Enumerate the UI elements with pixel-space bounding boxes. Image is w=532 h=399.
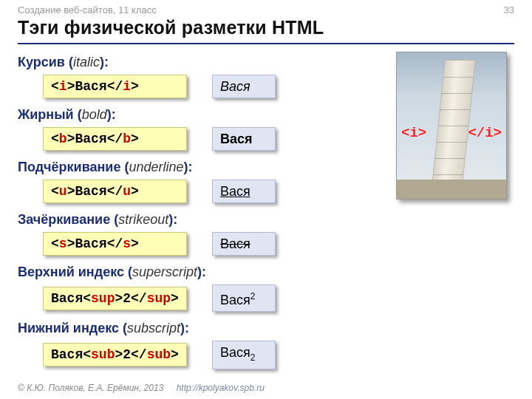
example-pair: <i>Вася</i> Вася xyxy=(43,75,389,98)
example-pair: <u>Вася</u> Вася xyxy=(43,180,389,203)
page-number: 33 xyxy=(504,4,514,16)
label-ru: Нижний индекс xyxy=(18,321,119,335)
page-title: Тэги физической разметки HTML xyxy=(18,17,514,44)
output-box: Вася2 xyxy=(212,284,276,312)
label-en: italic xyxy=(73,55,100,69)
row-label: Зачёркивание (strikeout): xyxy=(18,212,389,228)
output-sup: 2 xyxy=(250,291,256,301)
code-box: <u>Вася</u> xyxy=(43,180,187,203)
copyright: © К.Ю. Поляков, Е.А. Ерёмин, 2013 xyxy=(18,383,163,393)
code-box: <i>Вася</i> xyxy=(43,75,187,98)
example-pair: <s>Вася</s> Вася xyxy=(43,232,389,256)
example-pair: Вася<sup>2</sup> Вася2 xyxy=(43,284,389,312)
output-sub: 2 xyxy=(250,352,256,363)
label-ru: Зачёркивание xyxy=(18,212,110,227)
examples-column: Курсив (italic): <i>Вася</i> Вася Жирный… xyxy=(18,52,389,378)
label-ru: Подчёркивание xyxy=(18,160,120,174)
label-en: superscript xyxy=(132,265,197,279)
illustration-column: <i> </i> xyxy=(389,52,514,378)
close-tag: i xyxy=(123,79,131,94)
content: Курсив (italic): <i>Вася</i> Вася Жирный… xyxy=(18,52,514,378)
tower-ground xyxy=(397,180,506,199)
slide: Создание веб-сайтов, 11 класс 33 Тэги фи… xyxy=(0,0,532,399)
label-en: underline xyxy=(129,160,183,174)
example-pair: Вася<sub>2</sub> Вася2 xyxy=(43,341,389,369)
tower-tag-overlay: <i> </i> xyxy=(397,125,506,141)
label-ru: Верхний индекс xyxy=(18,265,124,279)
label-ru: Жирный xyxy=(18,107,74,122)
code-box: <b>Вася</b> xyxy=(43,127,187,151)
topbar: Создание веб-сайтов, 11 класс 33 xyxy=(18,4,514,16)
code-box: Вася<sub>2</sub> xyxy=(43,343,187,366)
code-inner: Вася xyxy=(75,79,106,94)
leaning-tower-image: <i> </i> xyxy=(396,52,507,200)
tower-open-tag: <i> xyxy=(401,125,426,141)
code-box: <s>Вася</s> xyxy=(43,232,187,256)
label-en: strikeout xyxy=(118,212,168,227)
footer-url: http://kpolyakov.spb.ru xyxy=(177,383,265,393)
open-tag: i xyxy=(59,79,67,94)
label-en: bold xyxy=(82,107,107,122)
row-label: Жирный (bold): xyxy=(18,107,389,123)
output-box: Вася xyxy=(212,127,276,151)
context-label: Создание веб-сайтов, 11 класс xyxy=(18,4,157,16)
output-box: Вася2 xyxy=(212,341,276,369)
footer: © К.Ю. Поляков, Е.А. Ерёмин, 2013 http:/… xyxy=(18,383,265,393)
tower-body xyxy=(432,60,476,185)
output-box: Вася xyxy=(212,75,276,98)
label-ru: Курсив xyxy=(18,55,65,69)
label-en: subscript xyxy=(127,321,180,335)
row-label: Курсив (italic): xyxy=(18,55,389,70)
code-box: Вася<sup>2</sup> xyxy=(43,287,187,310)
tower-close-tag: </i> xyxy=(468,125,502,141)
output-text: Вася xyxy=(220,79,250,94)
row-label: Верхний индекс (superscript): xyxy=(18,265,389,280)
example-pair: <b>Вася</b> Вася xyxy=(43,127,389,151)
output-box: Вася xyxy=(212,180,276,203)
row-label: Подчёркивание (underline): xyxy=(18,160,389,175)
output-box: Вася xyxy=(212,232,276,256)
row-label: Нижний индекс (subscript): xyxy=(18,321,389,336)
